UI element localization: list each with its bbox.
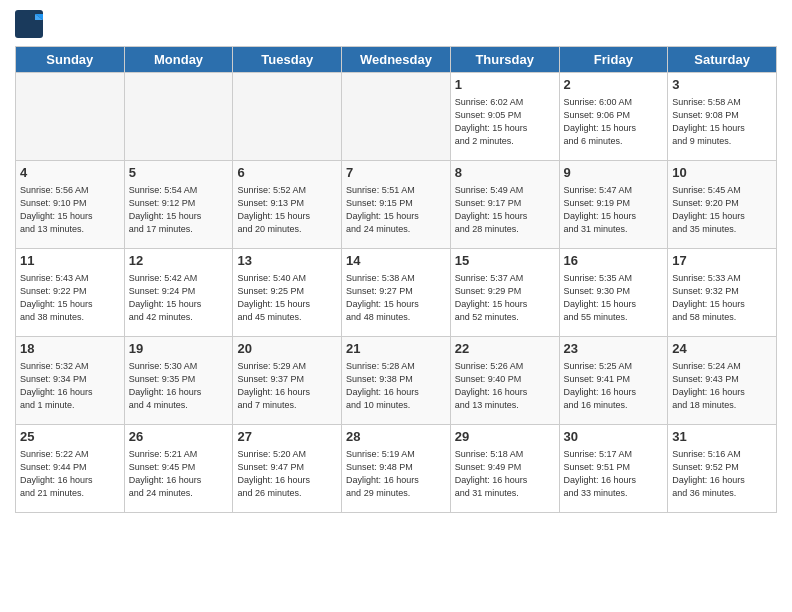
day-number: 11 [20,252,120,270]
calendar-cell: 12Sunrise: 5:42 AM Sunset: 9:24 PM Dayli… [124,249,233,337]
calendar-cell: 2Sunrise: 6:00 AM Sunset: 9:06 PM Daylig… [559,73,668,161]
day-number: 7 [346,164,446,182]
calendar-cell: 6Sunrise: 5:52 AM Sunset: 9:13 PM Daylig… [233,161,342,249]
calendar-page: SundayMondayTuesdayWednesdayThursdayFrid… [0,0,792,612]
day-info: Sunrise: 5:20 AM Sunset: 9:47 PM Dayligh… [237,448,337,500]
calendar-cell: 29Sunrise: 5:18 AM Sunset: 9:49 PM Dayli… [450,425,559,513]
day-info: Sunrise: 5:19 AM Sunset: 9:48 PM Dayligh… [346,448,446,500]
day-info: Sunrise: 5:28 AM Sunset: 9:38 PM Dayligh… [346,360,446,412]
day-info: Sunrise: 5:17 AM Sunset: 9:51 PM Dayligh… [564,448,664,500]
weekday-header-friday: Friday [559,47,668,73]
day-number: 26 [129,428,229,446]
weekday-header-thursday: Thursday [450,47,559,73]
day-number: 8 [455,164,555,182]
calendar-cell: 3Sunrise: 5:58 AM Sunset: 9:08 PM Daylig… [668,73,777,161]
day-number: 14 [346,252,446,270]
day-number: 18 [20,340,120,358]
day-number: 15 [455,252,555,270]
day-number: 10 [672,164,772,182]
day-number: 24 [672,340,772,358]
day-info: Sunrise: 5:51 AM Sunset: 9:15 PM Dayligh… [346,184,446,236]
day-number: 9 [564,164,664,182]
calendar-cell: 23Sunrise: 5:25 AM Sunset: 9:41 PM Dayli… [559,337,668,425]
weekday-row: SundayMondayTuesdayWednesdayThursdayFrid… [16,47,777,73]
weekday-header-saturday: Saturday [668,47,777,73]
calendar-cell: 22Sunrise: 5:26 AM Sunset: 9:40 PM Dayli… [450,337,559,425]
calendar-cell: 1Sunrise: 6:02 AM Sunset: 9:05 PM Daylig… [450,73,559,161]
weekday-header-sunday: Sunday [16,47,125,73]
day-number: 4 [20,164,120,182]
calendar-week-1: 1Sunrise: 6:02 AM Sunset: 9:05 PM Daylig… [16,73,777,161]
calendar-cell: 8Sunrise: 5:49 AM Sunset: 9:17 PM Daylig… [450,161,559,249]
day-info: Sunrise: 5:43 AM Sunset: 9:22 PM Dayligh… [20,272,120,324]
calendar-cell: 5Sunrise: 5:54 AM Sunset: 9:12 PM Daylig… [124,161,233,249]
day-number: 17 [672,252,772,270]
calendar-cell: 18Sunrise: 5:32 AM Sunset: 9:34 PM Dayli… [16,337,125,425]
day-number: 5 [129,164,229,182]
weekday-header-monday: Monday [124,47,233,73]
calendar-cell: 16Sunrise: 5:35 AM Sunset: 9:30 PM Dayli… [559,249,668,337]
calendar-cell: 14Sunrise: 5:38 AM Sunset: 9:27 PM Dayli… [342,249,451,337]
day-number: 13 [237,252,337,270]
weekday-header-tuesday: Tuesday [233,47,342,73]
day-number: 28 [346,428,446,446]
calendar-week-4: 18Sunrise: 5:32 AM Sunset: 9:34 PM Dayli… [16,337,777,425]
calendar-table: SundayMondayTuesdayWednesdayThursdayFrid… [15,46,777,513]
day-number: 1 [455,76,555,94]
day-number: 29 [455,428,555,446]
calendar-cell: 21Sunrise: 5:28 AM Sunset: 9:38 PM Dayli… [342,337,451,425]
day-info: Sunrise: 5:52 AM Sunset: 9:13 PM Dayligh… [237,184,337,236]
calendar-cell: 24Sunrise: 5:24 AM Sunset: 9:43 PM Dayli… [668,337,777,425]
day-info: Sunrise: 5:54 AM Sunset: 9:12 PM Dayligh… [129,184,229,236]
day-info: Sunrise: 5:18 AM Sunset: 9:49 PM Dayligh… [455,448,555,500]
calendar-cell: 28Sunrise: 5:19 AM Sunset: 9:48 PM Dayli… [342,425,451,513]
day-number: 16 [564,252,664,270]
day-info: Sunrise: 5:21 AM Sunset: 9:45 PM Dayligh… [129,448,229,500]
day-info: Sunrise: 5:22 AM Sunset: 9:44 PM Dayligh… [20,448,120,500]
calendar-cell: 7Sunrise: 5:51 AM Sunset: 9:15 PM Daylig… [342,161,451,249]
calendar-week-2: 4Sunrise: 5:56 AM Sunset: 9:10 PM Daylig… [16,161,777,249]
day-number: 27 [237,428,337,446]
day-info: Sunrise: 5:58 AM Sunset: 9:08 PM Dayligh… [672,96,772,148]
calendar-cell: 9Sunrise: 5:47 AM Sunset: 9:19 PM Daylig… [559,161,668,249]
calendar-cell [233,73,342,161]
day-info: Sunrise: 5:42 AM Sunset: 9:24 PM Dayligh… [129,272,229,324]
day-number: 6 [237,164,337,182]
day-number: 30 [564,428,664,446]
day-info: Sunrise: 5:40 AM Sunset: 9:25 PM Dayligh… [237,272,337,324]
calendar-cell [124,73,233,161]
day-info: Sunrise: 5:49 AM Sunset: 9:17 PM Dayligh… [455,184,555,236]
day-info: Sunrise: 5:30 AM Sunset: 9:35 PM Dayligh… [129,360,229,412]
calendar-cell: 26Sunrise: 5:21 AM Sunset: 9:45 PM Dayli… [124,425,233,513]
day-info: Sunrise: 5:37 AM Sunset: 9:29 PM Dayligh… [455,272,555,324]
day-number: 21 [346,340,446,358]
calendar-week-3: 11Sunrise: 5:43 AM Sunset: 9:22 PM Dayli… [16,249,777,337]
day-info: Sunrise: 5:24 AM Sunset: 9:43 PM Dayligh… [672,360,772,412]
calendar-header: SundayMondayTuesdayWednesdayThursdayFrid… [16,47,777,73]
calendar-week-5: 25Sunrise: 5:22 AM Sunset: 9:44 PM Dayli… [16,425,777,513]
calendar-cell: 17Sunrise: 5:33 AM Sunset: 9:32 PM Dayli… [668,249,777,337]
day-info: Sunrise: 5:16 AM Sunset: 9:52 PM Dayligh… [672,448,772,500]
day-info: Sunrise: 5:33 AM Sunset: 9:32 PM Dayligh… [672,272,772,324]
calendar-cell [16,73,125,161]
calendar-cell: 13Sunrise: 5:40 AM Sunset: 9:25 PM Dayli… [233,249,342,337]
header [15,10,777,38]
day-info: Sunrise: 6:00 AM Sunset: 9:06 PM Dayligh… [564,96,664,148]
day-info: Sunrise: 6:02 AM Sunset: 9:05 PM Dayligh… [455,96,555,148]
calendar-cell: 25Sunrise: 5:22 AM Sunset: 9:44 PM Dayli… [16,425,125,513]
calendar-cell: 11Sunrise: 5:43 AM Sunset: 9:22 PM Dayli… [16,249,125,337]
day-info: Sunrise: 5:56 AM Sunset: 9:10 PM Dayligh… [20,184,120,236]
calendar-cell [342,73,451,161]
day-info: Sunrise: 5:29 AM Sunset: 9:37 PM Dayligh… [237,360,337,412]
day-info: Sunrise: 5:45 AM Sunset: 9:20 PM Dayligh… [672,184,772,236]
day-number: 22 [455,340,555,358]
logo-icon [15,10,45,38]
day-number: 23 [564,340,664,358]
day-info: Sunrise: 5:32 AM Sunset: 9:34 PM Dayligh… [20,360,120,412]
calendar-cell: 10Sunrise: 5:45 AM Sunset: 9:20 PM Dayli… [668,161,777,249]
calendar-cell: 4Sunrise: 5:56 AM Sunset: 9:10 PM Daylig… [16,161,125,249]
day-number: 19 [129,340,229,358]
calendar-body: 1Sunrise: 6:02 AM Sunset: 9:05 PM Daylig… [16,73,777,513]
day-info: Sunrise: 5:38 AM Sunset: 9:27 PM Dayligh… [346,272,446,324]
day-info: Sunrise: 5:47 AM Sunset: 9:19 PM Dayligh… [564,184,664,236]
